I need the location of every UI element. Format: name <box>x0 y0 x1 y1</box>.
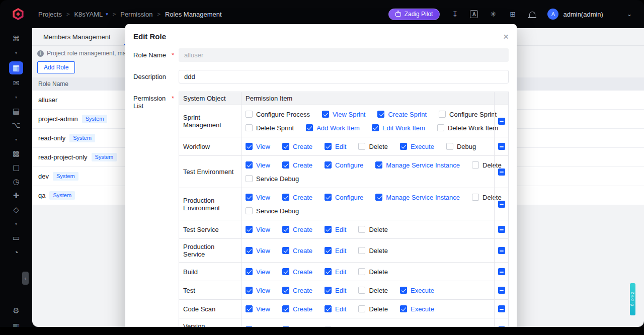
checkbox-icon[interactable] <box>375 161 382 169</box>
permission-checkbox-edit[interactable]: Edit <box>325 287 346 294</box>
checkbox-icon[interactable] <box>282 326 289 333</box>
permission-checkbox-create[interactable]: Create <box>282 226 312 233</box>
checkbox-icon[interactable] <box>282 247 289 254</box>
checkbox-icon[interactable] <box>325 326 332 333</box>
tab-members-management[interactable]: Members Management <box>36 28 118 45</box>
permission-checkbox-delete[interactable]: Delete <box>358 268 388 276</box>
checkbox-icon[interactable] <box>282 287 289 294</box>
breadcrumb-item-projects[interactable]: Projects <box>38 11 62 18</box>
permission-checkbox-delete-work-item[interactable]: Delete Work Item <box>437 124 498 132</box>
permission-checkbox-configure-process[interactable]: Configure Process <box>246 111 310 118</box>
permission-checkbox-execute[interactable]: Execute <box>400 305 434 313</box>
zadig-logo[interactable] <box>12 8 24 20</box>
checkbox-icon[interactable] <box>246 194 253 201</box>
permission-checkbox-view[interactable]: View <box>246 194 270 201</box>
monitor-icon[interactable]: ▭ <box>9 232 23 243</box>
indeterminate-checkbox-icon[interactable] <box>498 226 505 233</box>
permission-checkbox-view[interactable]: View <box>246 326 270 334</box>
checkbox-icon[interactable] <box>472 161 479 169</box>
checkbox-icon[interactable] <box>400 287 407 294</box>
indeterminate-checkbox-icon[interactable] <box>498 247 505 254</box>
permission-checkbox-edit[interactable]: Edit <box>325 305 346 313</box>
checkbox-icon[interactable] <box>246 161 253 169</box>
breadcrumb-item-k8syaml[interactable]: K8sYAML <box>74 11 103 18</box>
checkbox-icon[interactable] <box>377 111 384 118</box>
permission-checkbox-create[interactable]: Create <box>282 161 312 169</box>
checkbox-icon[interactable] <box>246 124 253 131</box>
plugins-icon[interactable]: ✚ <box>9 190 23 201</box>
close-icon[interactable]: × <box>503 32 509 41</box>
permission-checkbox-create[interactable]: Create <box>282 143 312 150</box>
permission-checkbox-delete[interactable]: Delete <box>358 247 388 255</box>
checkbox-icon[interactable] <box>400 305 407 312</box>
permission-checkbox-view[interactable]: View <box>246 143 270 150</box>
checkbox-icon[interactable] <box>358 268 365 275</box>
permission-checkbox-view[interactable]: View <box>246 305 270 313</box>
checkbox-icon[interactable] <box>282 194 289 201</box>
breadcrumb-item-roles-management[interactable]: Roles Management <box>165 11 222 18</box>
checkbox-icon[interactable] <box>282 161 289 169</box>
permission-checkbox-create[interactable]: Create <box>282 247 312 255</box>
sidebar-collapse-handle[interactable]: ‹ <box>22 272 29 285</box>
checkbox-icon[interactable] <box>437 124 444 131</box>
permission-checkbox-create[interactable]: Create <box>282 305 312 313</box>
checkbox-icon[interactable] <box>472 194 479 201</box>
indeterminate-checkbox-icon[interactable] <box>498 118 505 125</box>
checkbox-icon[interactable] <box>282 226 289 233</box>
delivery-icon[interactable]: ▢ <box>9 162 23 173</box>
permission-checkbox-view-sprint[interactable]: View Sprint <box>322 111 366 118</box>
checkbox-icon[interactable] <box>439 111 446 118</box>
permission-checkbox-create[interactable]: Create <box>282 268 312 276</box>
permission-checkbox-execute[interactable]: Execute <box>400 287 434 294</box>
permission-checkbox-configure[interactable]: Configure <box>325 161 363 169</box>
permission-checkbox-edit[interactable]: Edit <box>325 226 346 233</box>
checkbox-icon[interactable] <box>306 124 313 131</box>
checkbox-icon[interactable] <box>246 175 253 182</box>
indeterminate-checkbox-icon[interactable] <box>498 268 505 275</box>
permission-checkbox-view[interactable]: View <box>246 161 270 169</box>
services-icon[interactable]: ⌥ <box>9 120 23 131</box>
permission-checkbox-manage-service-instance[interactable]: Manage Service Instance <box>375 161 460 169</box>
checkbox-icon[interactable] <box>246 226 253 233</box>
role-name-input[interactable] <box>179 48 509 62</box>
indeterminate-checkbox-icon[interactable] <box>498 287 505 294</box>
permission-checkbox-view[interactable]: View <box>246 268 270 276</box>
permission-checkbox-create[interactable]: Create <box>282 194 312 201</box>
checkbox-icon[interactable] <box>322 111 329 118</box>
packages-icon[interactable]: ◇ <box>9 204 23 215</box>
tests-icon[interactable]: ▤ <box>9 106 23 117</box>
permission-checkbox-configure-sprint[interactable]: Configure Sprint <box>439 111 497 118</box>
permission-checkbox-delete[interactable]: Delete <box>358 226 388 233</box>
checkbox-icon[interactable] <box>246 287 253 294</box>
checkbox-icon[interactable] <box>358 226 365 233</box>
checkbox-icon[interactable] <box>358 287 365 294</box>
checkbox-icon[interactable] <box>246 247 253 254</box>
checkbox-icon[interactable] <box>358 143 365 150</box>
permission-checkbox-edit-work-item[interactable]: Edit Work Item <box>372 124 425 132</box>
nav-chevron-icon[interactable]: ▾ <box>9 47 23 58</box>
apps-grid-icon[interactable]: ⊞ <box>508 10 517 19</box>
permission-checkbox-create[interactable]: Create <box>282 326 312 334</box>
permission-checkbox-debug[interactable]: Debug <box>446 143 476 150</box>
indeterminate-checkbox-icon[interactable] <box>498 201 505 208</box>
checkbox-icon[interactable] <box>282 305 289 312</box>
checkbox-icon[interactable] <box>325 247 332 254</box>
chevron-down-icon[interactable]: ▾ <box>106 12 108 17</box>
checkbox-icon[interactable] <box>246 207 253 214</box>
download-icon[interactable]: ↧ <box>450 10 459 19</box>
permission-checkbox-delete[interactable]: Delete <box>358 287 388 294</box>
checkbox-icon[interactable] <box>325 268 332 275</box>
permission-checkbox-edit[interactable]: Edit <box>325 143 346 150</box>
permission-checkbox-configure[interactable]: Configure <box>325 194 363 201</box>
indeterminate-checkbox-icon[interactable] <box>498 305 505 312</box>
permission-checkbox-view[interactable]: View <box>246 287 270 294</box>
checkbox-icon[interactable] <box>325 194 332 201</box>
permission-checkbox-view[interactable]: View <box>246 226 270 233</box>
checkbox-icon[interactable] <box>246 111 253 118</box>
permission-checkbox-service-debug[interactable]: Service Debug <box>246 207 299 215</box>
permission-checkbox-create[interactable]: Create <box>282 287 312 294</box>
permission-checkbox-edit[interactable]: Edit <box>325 247 346 255</box>
indeterminate-checkbox-icon[interactable] <box>498 326 505 333</box>
permission-checkbox-delete[interactable]: Delete <box>325 326 354 334</box>
permission-checkbox-create-sprint[interactable]: Create Sprint <box>377 111 427 118</box>
